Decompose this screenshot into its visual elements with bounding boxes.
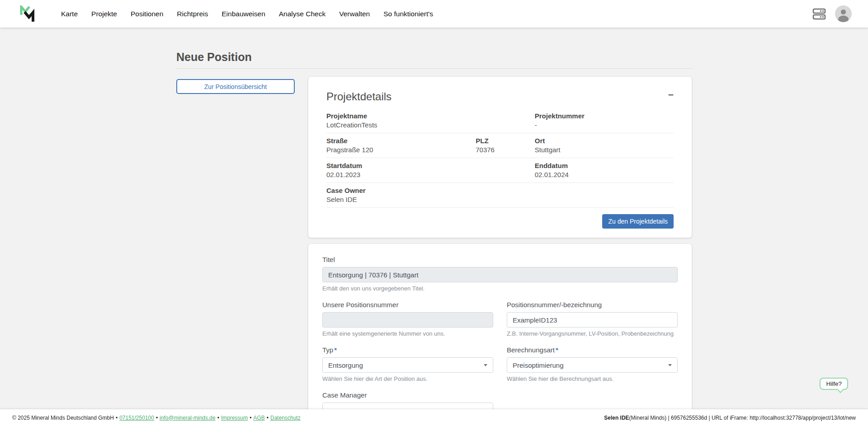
berechnungsart-label: Berechnungsart — [507, 346, 555, 354]
case-owner-value: Selen IDE — [326, 196, 476, 203]
startdatum-label: Startdatum — [326, 162, 476, 169]
titel-label: Titel — [322, 256, 678, 263]
berechnungsart-select[interactable]: Preisoptimierung — [507, 357, 678, 373]
footer-link-datenschutz[interactable]: Datenschutz — [270, 415, 301, 421]
unsere-positionsnummer-helper-text: Erhält eine systemgenerierte Nummer von … — [322, 330, 493, 337]
project-details-table: Projektname LotCreationTests Projektnumm… — [326, 108, 674, 208]
titel-field-group: Titel Erhält den von uns vorgegebenen Ti… — [322, 256, 678, 292]
plz-cell: PLZ 70376 — [476, 137, 535, 154]
unsere-positionsnummer-field-group: Unsere Positionsnummer Erhält eine syste… — [322, 301, 493, 337]
new-position-form-card: Titel Erhält den von uns vorgegebenen Ti… — [308, 244, 692, 426]
strasse-value: Pragstraße 120 — [326, 146, 476, 154]
plz-label: PLZ — [476, 137, 535, 145]
footer-link-phone[interactable]: 07151/250100 — [119, 415, 154, 421]
collapse-card-button[interactable]: − — [668, 90, 674, 99]
back-to-position-overview-button[interactable]: Zur Positionsübersicht — [176, 79, 295, 94]
table-row: Startdatum 02.01.2023 Enddatum 02.01.202… — [326, 158, 674, 183]
required-asterisk: * — [556, 346, 558, 354]
footer-separator: • — [116, 415, 118, 421]
logo-mm-icon — [20, 5, 35, 23]
footer-link-agb[interactable]: AGB — [253, 415, 264, 421]
projektname-label: Projektname — [326, 112, 476, 120]
speech-bubble-tail — [837, 387, 844, 393]
projektname-value: LotCreationTests — [326, 121, 476, 129]
startdatum-value: 02.01.2023 — [326, 171, 476, 178]
footer-separator: • — [267, 415, 269, 421]
project-details-card: Projektdetails − Projektname LotCreation… — [308, 77, 692, 238]
help-button[interactable]: Hilfe? — [820, 378, 848, 390]
server-list-button[interactable] — [812, 8, 826, 20]
table-row: Case Owner Selen IDE — [326, 183, 674, 207]
navbar-right-actions — [812, 5, 852, 22]
positionsnummer-label: Positionsnummer/-bezeichnung — [507, 301, 678, 309]
typ-label: Typ — [322, 346, 333, 354]
nav-item-verwalten[interactable]: Verwalten — [332, 6, 377, 22]
positionsnummer-field-group: Positionsnummer/-bezeichnung Z.B. Intern… — [507, 301, 678, 337]
typ-field-group: Typ* Entsorgung Wählen Sie hier die Art … — [322, 346, 493, 382]
typ-select[interactable]: Entsorgung — [322, 357, 493, 373]
projektname-cell: Projektname LotCreationTests — [326, 112, 476, 129]
enddatum-cell: Enddatum 02.01.2024 — [535, 162, 674, 178]
user-avatar-button[interactable] — [835, 5, 852, 22]
typ-helper-text: Wählen Sie hier die Art der Position aus… — [322, 375, 493, 382]
titel-helper-text: Erhält den von uns vorgegebenen Titel. — [322, 285, 678, 292]
typ-selected-value: Entsorgung — [328, 361, 363, 369]
mineral-minds-logo[interactable] — [20, 5, 35, 23]
copyright-text: © 2025 Mineral Minds Deutschland GmbH — [12, 415, 114, 421]
footer-separator: • — [156, 415, 158, 421]
projektnummer-label: Projektnummer — [535, 112, 674, 120]
top-navbar: Karte Projekte Positionen Richtpreis Ein… — [0, 0, 868, 28]
nav-item-richtpreis[interactable]: Richtpreis — [170, 6, 215, 22]
projektnummer-cell: Projektnummer - — [535, 112, 674, 129]
main-content: Neue Position Zur Positionsübersicht Pro… — [176, 28, 692, 426]
footer: © 2025 Mineral Minds Deutschland GmbH • … — [0, 409, 868, 426]
page-title: Neue Position — [176, 50, 692, 64]
footer-link-impressum[interactable]: Impressum — [221, 415, 248, 421]
case-manager-label: Case Manager — [322, 391, 678, 399]
table-row: Projektname LotCreationTests Projektnumm… — [326, 108, 674, 133]
project-details-title: Projektdetails — [326, 90, 392, 103]
footer-separator: • — [250, 415, 251, 421]
go-to-project-details-button[interactable]: Zu den Projektdetails — [602, 214, 674, 229]
berechnungsart-field-group: Berechnungsart* Preisoptimierung Wählen … — [507, 346, 678, 382]
ort-label: Ort — [535, 137, 674, 145]
nav-item-projekte[interactable]: Projekte — [85, 6, 124, 22]
nav-item-einbauweisen[interactable]: Einbauweisen — [215, 6, 272, 22]
ort-cell: Ort Stuttgart — [535, 137, 674, 154]
session-details: (Mineral Minds) | 69576255536d | URL of … — [629, 415, 856, 421]
strasse-cell: Straße Pragstraße 120 — [326, 137, 476, 154]
ort-value: Stuttgart — [535, 146, 674, 154]
nav-item-analyse-check[interactable]: Analyse Check — [272, 6, 332, 22]
main-navigation: Karte Projekte Positionen Richtpreis Ein… — [54, 6, 440, 22]
server-list-icon — [812, 8, 826, 20]
positionsnummer-helper-text: Z.B. Interne-Vorgangsnummer, LV-Position… — [507, 330, 678, 337]
table-row: Straße Pragstraße 120 PLZ 70376 Ort Stut… — [326, 133, 674, 158]
footer-separator: • — [217, 415, 219, 421]
footer-session-info: Selen IDE (Mineral Minds) | 69576255536d… — [604, 415, 856, 421]
plz-value: 70376 — [476, 146, 535, 154]
footer-link-email[interactable]: info@mineral-minds.de — [160, 415, 216, 421]
user-avatar-icon — [835, 5, 852, 22]
strasse-label: Straße — [326, 137, 476, 145]
nav-item-positionen[interactable]: Positionen — [124, 6, 170, 22]
titel-input — [322, 267, 678, 282]
required-asterisk: * — [334, 346, 337, 354]
help-button-label: Hilfe? — [826, 380, 842, 387]
positionsnummer-input[interactable] — [507, 312, 678, 328]
case-owner-cell: Case Owner Selen IDE — [326, 187, 476, 203]
berechnungsart-helper-text: Wählen Sie hier die Berechnungsart aus. — [507, 375, 678, 382]
left-column: Zur Positionsübersicht — [176, 77, 295, 94]
unsere-positionsnummer-label: Unsere Positionsnummer — [322, 301, 493, 309]
case-owner-label: Case Owner — [326, 187, 476, 194]
nav-item-so-funktionierts[interactable]: So funktioniert's — [377, 6, 440, 22]
chevron-down-icon — [668, 364, 672, 366]
session-user-name: Selen IDE — [604, 415, 629, 421]
startdatum-cell: Startdatum 02.01.2023 — [326, 162, 476, 178]
projektnummer-value: - — [535, 121, 674, 129]
unsere-positionsnummer-input — [322, 312, 493, 328]
chevron-down-icon — [484, 364, 487, 366]
right-column: Projektdetails − Projektname LotCreation… — [308, 77, 692, 426]
footer-left: © 2025 Mineral Minds Deutschland GmbH • … — [12, 415, 301, 421]
nav-item-karte[interactable]: Karte — [54, 6, 85, 22]
enddatum-label: Enddatum — [535, 162, 674, 169]
